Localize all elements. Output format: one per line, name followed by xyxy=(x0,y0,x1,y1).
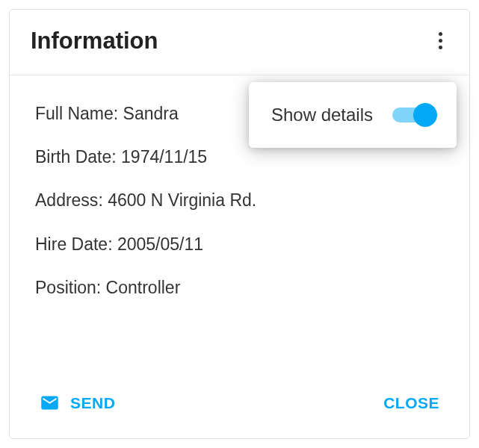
close-button-label: CLOSE xyxy=(383,394,439,412)
show-details-toggle[interactable] xyxy=(392,103,434,127)
info-value: 1974/11/15 xyxy=(121,147,207,167)
mail-icon xyxy=(40,393,60,413)
info-label: Address xyxy=(35,190,98,210)
info-value: 4600 N Virginia Rd. xyxy=(108,190,256,210)
card-header: Information xyxy=(10,10,469,75)
info-row-position: Position: Controller xyxy=(35,276,447,299)
info-label: Position xyxy=(35,278,96,297)
info-label: Full Name xyxy=(35,104,114,123)
switch-thumb xyxy=(413,103,437,127)
info-row-address: Address: 4600 N Virginia Rd. xyxy=(35,188,447,212)
card-actions: SEND CLOSE xyxy=(10,379,469,438)
card-title: Information xyxy=(31,28,158,55)
info-label: Birth Date xyxy=(35,147,111,167)
show-details-popover: Show details xyxy=(249,82,457,148)
info-label: Hire Date xyxy=(35,234,108,254)
info-value: Controller xyxy=(106,278,181,297)
dots-vertical-icon xyxy=(439,32,442,36)
info-value: 2005/05/11 xyxy=(117,234,203,254)
more-options-button[interactable] xyxy=(433,26,448,55)
info-row-hire-date: Hire Date: 2005/05/11 xyxy=(35,232,447,256)
show-details-label: Show details xyxy=(271,105,373,125)
close-button[interactable]: CLOSE xyxy=(380,390,442,417)
send-button-label: SEND xyxy=(70,394,115,412)
send-button[interactable]: SEND xyxy=(37,388,118,417)
info-row-birth-date: Birth Date: 1974/11/15 xyxy=(35,145,447,169)
information-card: Information Full Name: Sandra Birth Date… xyxy=(9,9,470,439)
info-value: Sandra xyxy=(123,104,179,123)
